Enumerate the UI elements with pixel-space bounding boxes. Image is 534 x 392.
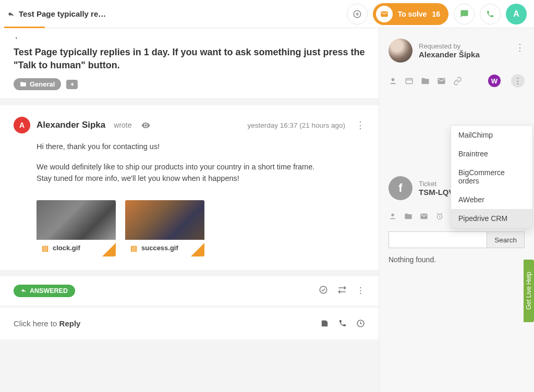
integrations-dropdown: MailChimp Braintree BigCommerce orders A… [451,125,533,228]
requester-block: Requested by Alexander Šípka ⋮ [389,39,525,63]
add-tag-button[interactable]: + [66,80,78,89]
mail-icon[interactable] [420,212,428,220]
mail-icon[interactable] [437,77,446,85]
attachment-success[interactable]: ▤success.gif [125,200,204,256]
nothing-found-text: Nothing found. [389,255,525,264]
attachment-preview [125,200,204,240]
attachment-clock[interactable]: ▤clock.gif [37,200,116,256]
transfer-icon[interactable] [337,285,347,296]
reply-placeholder: Click here to Reply [14,319,80,328]
tag-general[interactable]: General [14,78,61,90]
message-body: Hi there, thank you for contacting us! W… [37,141,365,184]
alarm-icon[interactable] [435,212,444,220]
to-solve-pill[interactable]: To solve 16 [373,3,448,25]
details-sidebar: Requested by Alexander Šípka ⋮ W ⋮ MailC… [379,28,534,392]
visibility-icon[interactable] [141,121,150,130]
ticket-header: Test Page typically replies in 1 day. If… [0,28,379,99]
clock-icon[interactable] [356,319,365,328]
call-button[interactable] [480,4,501,24]
mail-icon [376,6,393,22]
integration-badge[interactable]: W [488,75,501,87]
phone-icon[interactable] [338,319,347,328]
reply-arrow-icon [7,10,15,18]
person-icon[interactable] [389,77,397,85]
author-avatar: A [14,117,30,133]
dropdown-item-bigcommerce[interactable]: BigCommerce orders [451,163,532,190]
wrote-label: wrote [114,121,131,129]
corner-fold-icon [102,243,116,256]
reply-arrow-icon [21,288,27,293]
conversation-column: Test Page typically replies in 1 day. If… [0,28,379,392]
add-button[interactable] [347,4,368,24]
search-button[interactable]: Search [487,231,525,248]
reply-bar[interactable]: Click here to Reply [0,308,379,339]
dropdown-item-aweber[interactable]: AWeber [451,190,532,209]
folder-icon[interactable] [404,212,412,220]
to-solve-count: 16 [432,10,440,18]
answered-badge[interactable]: ANSWERED [14,285,75,297]
chat-button[interactable] [454,4,475,24]
back-arrow-icon[interactable] [14,35,19,41]
search-input[interactable] [389,231,487,248]
user-avatar[interactable]: A [506,4,527,24]
link-icon[interactable] [453,77,462,85]
ticket-title: Test Page typically replies in 1 day. If… [14,46,365,72]
requester-name[interactable]: Alexander Šípka [419,50,480,59]
live-help-tab[interactable]: Get Live Help [524,260,534,322]
svg-point-10 [391,214,394,216]
corner-fold-icon [191,243,204,256]
active-tab[interactable]: Test Page typically re… [7,2,106,26]
to-solve-label: To solve [398,10,427,18]
message-timestamp: yesterday 16:37 (21 hours ago) [247,121,345,129]
window-icon[interactable] [405,77,414,85]
requester-more-icon[interactable]: ⋮ [515,42,525,53]
tab-underline [4,27,45,28]
requester-avatar[interactable] [389,39,412,63]
tab-title: Test Page typically re… [19,9,106,18]
folder-icon[interactable] [421,77,430,85]
dropdown-item-braintree[interactable]: Braintree [451,144,532,163]
note-icon[interactable] [320,319,329,328]
more-icon[interactable]: ⋮ [356,285,365,296]
attachment-preview [37,200,116,240]
svg-point-5 [392,78,395,81]
status-bar: ANSWERED ⋮ [0,276,379,305]
top-bar: Test Page typically re… To solve 16 A [0,0,534,28]
contact-icons-row: W ⋮ [389,74,525,88]
facebook-icon: f [389,176,412,200]
folder-icon [20,81,27,88]
message-card: A Alexander Sipka wrote yesterday 16:37 … [0,105,379,270]
top-actions: To solve 16 A [347,3,527,25]
integrations-more-button[interactable]: ⋮ [511,74,525,88]
search-row: Search [389,231,525,248]
dropdown-item-mailchimp[interactable]: MailChimp [451,126,532,144]
check-circle-icon[interactable] [319,285,328,296]
person-icon[interactable] [389,212,397,220]
dropdown-item-pipedrive[interactable]: Pipedrive CRM [451,209,532,228]
svg-point-3 [320,287,327,294]
message-more-icon[interactable]: ⋮ [356,119,365,131]
file-icon: ▤ [42,244,48,252]
requested-by-label: Requested by [419,42,480,50]
author-name: Alexander Sipka [37,120,105,130]
file-icon: ▤ [130,244,137,252]
svg-rect-6 [406,78,412,83]
